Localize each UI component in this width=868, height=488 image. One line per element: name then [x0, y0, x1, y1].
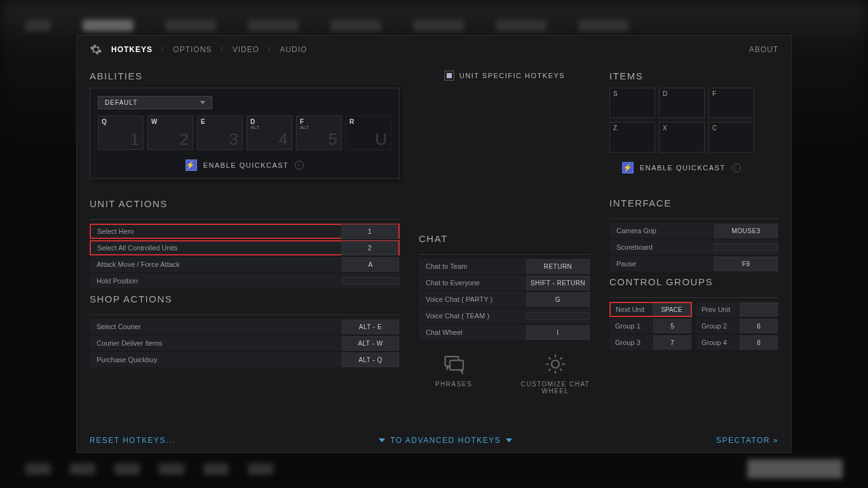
unit-specific-label: UNIT SPECIFIC HOTKEYS — [459, 72, 565, 79]
column-middle: UNIT SPECIFIC HOTKEYS CHAT Chat to TeamR… — [419, 65, 590, 430]
bind-select-hero[interactable]: Select Hero1 — [90, 224, 400, 239]
ability-slot-6[interactable]: RU — [346, 116, 391, 150]
bind-group-2[interactable]: Group 26 — [696, 318, 778, 334]
item-slot-3[interactable]: F — [709, 88, 754, 118]
ability-slot-3[interactable]: E3 — [197, 116, 243, 150]
items-info-icon[interactable]: i — [732, 163, 741, 172]
bind-hold-position[interactable]: Hold Position — [90, 273, 400, 288]
item-slot-2[interactable]: D — [659, 88, 705, 118]
abilities-title: ABILITIES — [90, 71, 400, 81]
bind-purchase-quickbuy[interactable]: Purchase QuickbuyALT - Q — [90, 352, 400, 367]
items-quickcast-label: ENABLE QUICKCAST — [640, 164, 726, 172]
bind-next-unit[interactable]: Next UnitSPACE — [609, 302, 692, 317]
interface-list: Camera GripMOUSE3 Scoreboard PauseF9 — [609, 223, 778, 271]
bind-select-courier[interactable]: Select CourierALT - E — [90, 319, 400, 334]
ability-slot-4[interactable]: DALT4 — [247, 116, 292, 150]
speech-bubble-icon — [442, 353, 465, 376]
preset-dropdown[interactable]: DEFAULT — [98, 96, 212, 109]
chat-title: CHAT — [419, 233, 590, 244]
bind-select-all-units[interactable]: Select All Controlled Units2 — [90, 240, 400, 255]
ability-slot-5[interactable]: FALT5 — [296, 116, 342, 150]
items-title: ITEMS — [609, 71, 778, 81]
bind-camera-grip[interactable]: Camera GripMOUSE3 — [609, 223, 778, 238]
advanced-hotkeys-button[interactable]: TO ADVANCED HOTKEYS — [379, 436, 512, 445]
abilities-box: DEFAULT Q1 W2 E3 DALT4 FALT5 RU ⚡ ENABLE… — [90, 88, 400, 179]
bind-group-1[interactable]: Group 15 — [609, 318, 692, 334]
quickcast-checkbox[interactable]: ⚡ — [186, 159, 197, 171]
bind-voice-party[interactable]: Voice Chat ( PARTY )G — [419, 292, 590, 307]
column-left: ABILITIES DEFAULT Q1 W2 E3 DALT4 FALT5 R… — [90, 65, 400, 430]
svg-rect-1 — [450, 360, 463, 370]
bottom-bar-blurred — [25, 459, 843, 478]
chat-list: Chat to TeamRETURN Chat to EveryoneSHIFT… — [419, 259, 590, 340]
interface-title: INTERFACE — [609, 198, 778, 208]
control-groups-title: CONTROL GROUPS — [609, 276, 778, 287]
unit-actions-title: UNIT ACTIONS — [90, 198, 400, 209]
tab-hotkeys[interactable]: HOTKEYS — [109, 44, 155, 55]
ability-slot-2[interactable]: W2 — [147, 116, 193, 150]
spectator-button[interactable]: SPECTATOR » — [716, 436, 778, 445]
bind-attack-move[interactable]: Attack Move / Force AttackA — [90, 257, 400, 272]
tab-options[interactable]: OPTIONS — [170, 44, 214, 55]
items-quickcast-checkbox[interactable]: ⚡ — [622, 162, 634, 173]
item-slot-1[interactable]: S — [609, 88, 655, 118]
bind-group-3[interactable]: Group 37 — [609, 335, 692, 350]
unit-specific-checkbox[interactable] — [444, 71, 454, 81]
unit-actions-list: Select Hero1 Select All Controlled Units… — [90, 224, 400, 288]
reset-hotkeys-button[interactable]: RESET HOTKEYS... — [90, 436, 175, 445]
bind-prev-unit[interactable]: Prev Unit — [696, 302, 778, 317]
wheel-icon — [544, 353, 567, 376]
item-grid: S D F Z X C — [609, 88, 778, 152]
settings-panel: HOTKEYS / OPTIONS / VIDEO / AUDIO ABOUT … — [76, 35, 792, 453]
main-nav-blurred — [25, 13, 843, 38]
bind-chat-wheel[interactable]: Chat WheelI — [419, 325, 590, 340]
bind-group-4[interactable]: Group 48 — [696, 335, 778, 350]
bind-voice-team[interactable]: Voice Chat ( TEAM ) — [419, 308, 590, 323]
column-right: ITEMS S D F Z X C ⚡ ENABLE QUICKCAST i I… — [609, 65, 778, 430]
bind-pause[interactable]: PauseF9 — [609, 256, 778, 271]
settings-nav: HOTKEYS / OPTIONS / VIDEO / AUDIO ABOUT — [90, 43, 778, 62]
gear-icon[interactable] — [90, 43, 102, 56]
shop-actions-title: SHOP ACTIONS — [90, 294, 400, 304]
tab-audio[interactable]: AUDIO — [277, 44, 309, 55]
svg-point-2 — [552, 360, 559, 368]
customize-chat-wheel-button[interactable]: CUSTOMIZE CHAT WHEEL — [520, 353, 590, 395]
bind-courier-deliver[interactable]: Courier Deliver ItemsALT - W — [90, 336, 400, 351]
info-icon[interactable]: i — [295, 161, 304, 170]
bind-chat-team[interactable]: Chat to TeamRETURN — [419, 259, 590, 274]
control-groups-grid: Next UnitSPACE Prev Unit Group 15 Group … — [609, 302, 778, 350]
bind-chat-everyone[interactable]: Chat to EveryoneSHIFT - RETURN — [419, 275, 590, 290]
chevron-down-icon — [200, 101, 205, 104]
item-slot-6[interactable]: C — [709, 122, 754, 152]
shop-actions-list: Select CourierALT - E Courier Deliver It… — [90, 319, 400, 367]
item-slot-4[interactable]: Z — [609, 122, 655, 152]
item-slot-5[interactable]: X — [659, 122, 705, 152]
phrases-button[interactable]: PHRASES — [419, 353, 489, 395]
nav-about[interactable]: ABOUT — [749, 45, 778, 54]
tab-video[interactable]: VIDEO — [230, 44, 262, 55]
quickcast-label: ENABLE QUICKCAST — [203, 161, 289, 169]
ability-slot-1[interactable]: Q1 — [98, 116, 144, 150]
bind-scoreboard[interactable]: Scoreboard — [609, 240, 778, 255]
